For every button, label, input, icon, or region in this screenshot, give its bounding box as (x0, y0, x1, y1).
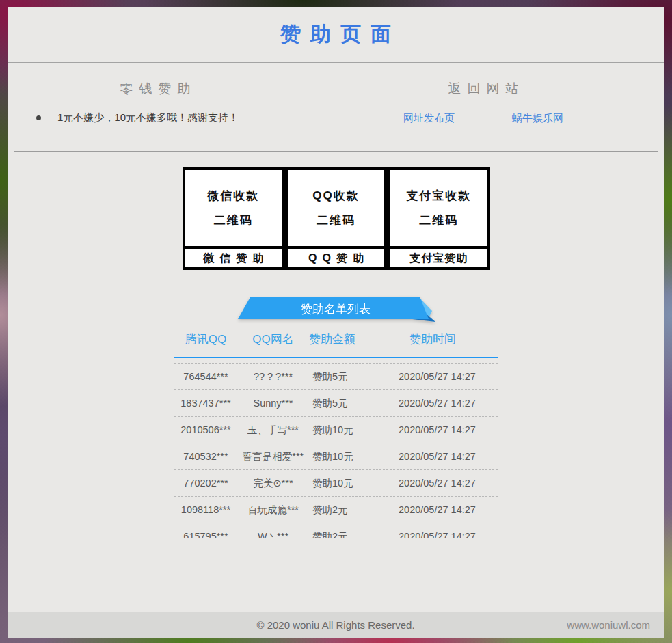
qr-text-line: QQ收款 (312, 188, 359, 204)
cell-amount: 赞助2元 (309, 504, 399, 517)
ribbon-title: 赞助名单列表 (301, 303, 371, 316)
col-header-qq: 腾讯QQ (174, 331, 237, 347)
cell-amount: 赞助10元 (309, 477, 399, 490)
copyright-text: © 2020 woniu All Rights Reserved. (256, 619, 414, 631)
link-woniu-site[interactable]: 蜗牛娱乐网 (512, 112, 563, 125)
table-row: 764544*** ?? ? ?*** 赞助5元 2020/05/27 14:2… (174, 364, 498, 390)
sponsor-heading: 零钱赞助 (8, 80, 303, 98)
table-row: 2010506*** 玉、手写*** 赞助10元 2020/05/27 14:2… (174, 417, 498, 443)
qr-codes-image: 微信收款 二维码 微信赞助 QQ收款 二维码 QQ赞助 支付宝收款 二维码 支付… (183, 167, 490, 270)
cell-qq: 2010506*** (174, 424, 237, 435)
qr-panel-wechat: 微信收款 二维码 微信赞助 (185, 170, 282, 267)
table-row: 740532*** 誓言是相爱*** 赞助10元 2020/05/27 14:2… (174, 443, 498, 470)
cell-qq: 1098118*** (174, 504, 237, 515)
qq-qr-label: QQ赞助 (288, 249, 384, 267)
cell-nickname: 百玩成瘾*** (237, 504, 309, 517)
sponsor-table: 腾讯QQ QQ网名 赞助金额 赞助时间 764544*** ?? ? ?*** … (174, 331, 498, 538)
sponsor-info-column: 零钱赞助 1元不嫌少，10元不嫌多哦！感谢支持！ (8, 63, 303, 151)
col-header-nickname: QQ网名 (237, 331, 309, 347)
site-links-row: 网址发布页 蜗牛娱乐网 (303, 112, 664, 125)
wechat-qr-placeholder: 微信收款 二维码 (185, 170, 282, 246)
cell-nickname: W丶*** (237, 530, 309, 539)
cell-time: 2020/05/27 14:27 (399, 504, 498, 515)
spacer (8, 597, 664, 612)
cell-amount: 赞助10元 (309, 424, 399, 437)
qr-text-line: 二维码 (419, 213, 458, 228)
cell-nickname: 玉、手写*** (237, 424, 309, 437)
sponsor-list-banner: 赞助名单列表 (233, 295, 440, 325)
cell-time: 2020/05/27 14:27 (399, 424, 498, 435)
cell-amount: 赞助5元 (309, 370, 399, 383)
header: 赞助页面 (8, 7, 664, 63)
col-header-amount: 赞助金额 (309, 331, 399, 347)
cell-qq: 770202*** (174, 478, 237, 489)
cell-qq: 1837437*** (174, 398, 237, 409)
link-url-release-page[interactable]: 网址发布页 (403, 112, 455, 125)
table-header-row: 腾讯QQ QQ网名 赞助金额 赞助时间 (174, 331, 498, 358)
cell-nickname: ?? ? ?*** (237, 371, 309, 382)
footer: © 2020 woniu All Rights Reserved. www.wo… (8, 612, 664, 638)
sponsor-note-text: 1元不嫌少，10元不嫌多哦！感谢支持！ (57, 111, 239, 124)
qr-text-line: 微信收款 (207, 188, 259, 204)
cell-qq: 615795*** (174, 531, 237, 538)
qr-text-line: 支付宝收款 (406, 188, 471, 204)
qr-panel-qq: QQ收款 二维码 QQ赞助 (288, 170, 384, 267)
return-heading: 返回网站 (303, 80, 664, 98)
main-content-box: 微信收款 二维码 微信赞助 QQ收款 二维码 QQ赞助 支付宝收款 二维码 支付… (14, 151, 658, 597)
page-panel: 赞助页面 零钱赞助 1元不嫌少，10元不嫌多哦！感谢支持！ 返回网站 网址发布页… (8, 7, 664, 638)
cell-time: 2020/05/27 14:27 (399, 371, 498, 382)
return-site-column: 返回网站 网址发布页 蜗牛娱乐网 (303, 63, 664, 151)
cell-nickname: 完美⊙*** (237, 477, 309, 490)
cell-qq: 740532*** (174, 451, 237, 462)
cell-amount: 赞助10元 (309, 450, 399, 463)
cell-qq: 764544*** (174, 371, 237, 382)
cell-time: 2020/05/27 14:27 (399, 398, 498, 409)
alipay-qr-placeholder: 支付宝收款 二维码 (390, 170, 487, 246)
cell-time: 2020/05/27 14:27 (399, 531, 498, 538)
sponsor-note-list: 1元不嫌少，10元不嫌多哦！感谢支持！ (8, 111, 303, 124)
qr-panel-alipay: 支付宝收款 二维码 支付宝赞助 (390, 170, 487, 267)
table-row: 1098118*** 百玩成瘾*** 赞助2元 2020/05/27 14:27 (174, 497, 498, 523)
cell-nickname: 誓言是相爱*** (237, 450, 309, 463)
col-header-time: 赞助时间 (399, 331, 498, 347)
table-row: 615795*** W丶*** 赞助2元 2020/05/27 14:27 (174, 523, 498, 538)
cell-time: 2020/05/27 14:27 (399, 478, 498, 489)
table-body[interactable]: 764544*** ?? ? ?*** 赞助5元 2020/05/27 14:2… (174, 363, 498, 538)
qq-qr-placeholder: QQ收款 二维码 (288, 170, 384, 246)
qr-text-line: 二维码 (214, 213, 253, 228)
info-section: 零钱赞助 1元不嫌少，10元不嫌多哦！感谢支持！ 返回网站 网址发布页 蜗牛娱乐… (8, 63, 664, 151)
footer-site-url: www.woniuwl.com (567, 619, 650, 631)
wechat-qr-label: 微信赞助 (185, 249, 282, 267)
page-title: 赞助页面 (271, 20, 401, 49)
bullet-icon (36, 115, 41, 120)
table-row: 1837437*** Sunny*** 赞助5元 2020/05/27 14:2… (174, 390, 498, 417)
alipay-qr-label: 支付宝赞助 (390, 249, 487, 267)
cell-time: 2020/05/27 14:27 (399, 451, 498, 462)
list-item: 1元不嫌少，10元不嫌多哦！感谢支持！ (8, 111, 303, 124)
cell-amount: 赞助5元 (309, 397, 399, 410)
table-row: 770202*** 完美⊙*** 赞助10元 2020/05/27 14:27 (174, 470, 498, 497)
qr-text-line: 二维码 (317, 213, 355, 228)
cell-nickname: Sunny*** (237, 398, 309, 409)
cell-amount: 赞助2元 (309, 530, 399, 539)
ribbon-icon: 赞助名单列表 (233, 295, 440, 325)
